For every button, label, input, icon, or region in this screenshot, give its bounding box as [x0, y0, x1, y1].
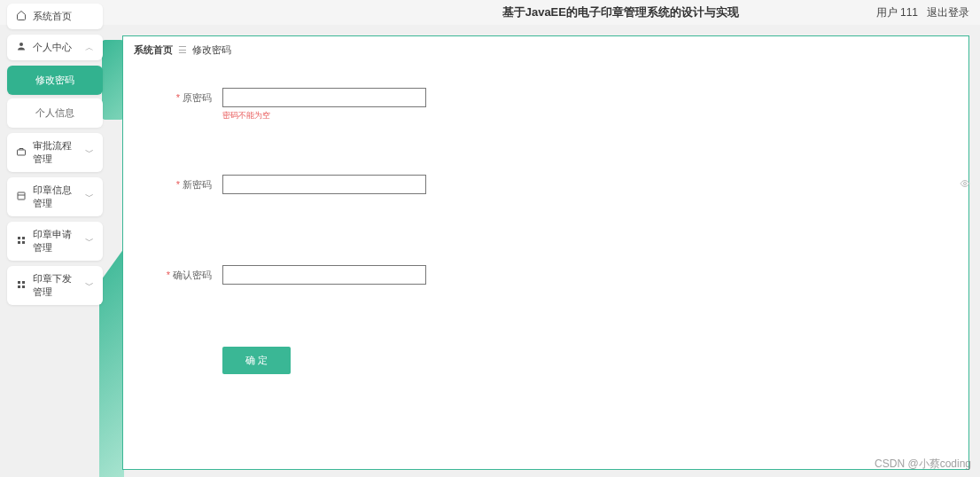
confirm-password-label: *确认密码 — [150, 265, 212, 282]
svg-rect-8 — [18, 281, 20, 284]
svg-point-0 — [19, 43, 23, 46]
grid-icon — [16, 235, 27, 248]
svg-rect-5 — [22, 237, 25, 239]
sidebar-item-seal-apply[interactable]: 印章申请管理 ﹀ — [7, 222, 103, 261]
sidebar-item-label: 个人中心 — [33, 41, 72, 54]
header: 基于JavaEE的电子印章管理系统的设计与实现 用户 111 退出登录 — [0, 0, 980, 25]
briefcase-icon — [16, 146, 27, 160]
chevron-up-icon: ︿ — [85, 42, 94, 54]
chevron-down-icon: ﹀ — [85, 146, 94, 159]
sidebar-sub-personal: 修改密码 个人信息 — [7, 66, 103, 128]
sidebar-item-label: 修改密码 — [35, 74, 74, 85]
sidebar: 系统首页 个人中心 ︿ 修改密码 个人信息 审批流程管理 ﹀ 印章信息管理 ﹀ — [7, 4, 103, 310]
sidebar-item-personal[interactable]: 个人中心 ︿ — [7, 35, 103, 60]
eye-icon[interactable] — [960, 178, 970, 191]
svg-rect-2 — [18, 192, 25, 199]
sidebar-item-label: 系统首页 — [33, 10, 72, 23]
sidebar-item-approval[interactable]: 审批流程管理 ﹀ — [7, 133, 103, 172]
sidebar-item-label: 审批流程管理 — [33, 139, 79, 166]
new-password-input[interactable] — [222, 175, 426, 194]
sidebar-item-seal-issue[interactable]: 印章下发管理 ﹀ — [7, 266, 103, 305]
old-password-error: 密码不能为空 — [222, 110, 426, 121]
old-password-input[interactable] — [222, 88, 426, 107]
svg-rect-6 — [18, 241, 20, 244]
svg-rect-9 — [22, 281, 25, 284]
change-password-form: *原密码 密码不能为空 *新密码 *确认密码 — [123, 65, 968, 392]
breadcrumb-sep-icon: ☰ — [178, 44, 187, 56]
confirm-password-input[interactable] — [222, 265, 426, 285]
svg-rect-4 — [18, 237, 20, 239]
user-icon — [16, 41, 27, 54]
sidebar-item-home[interactable]: 系统首页 — [7, 4, 103, 29]
archive-icon — [16, 191, 27, 204]
submit-button[interactable]: 确 定 — [222, 347, 291, 374]
sidebar-item-change-password[interactable]: 修改密码 — [7, 66, 103, 95]
chevron-down-icon: ﹀ — [85, 191, 94, 203]
breadcrumb-current: 修改密码 — [192, 43, 231, 57]
grid-icon — [16, 279, 27, 293]
sidebar-item-label: 个人信息 — [35, 107, 74, 118]
home-icon — [16, 10, 27, 23]
chevron-down-icon: ﹀ — [85, 235, 94, 247]
chevron-down-icon: ﹀ — [85, 279, 94, 292]
user-label: 用户 111 — [876, 5, 918, 20]
svg-rect-7 — [22, 241, 25, 244]
svg-rect-10 — [18, 285, 20, 288]
watermark: CSDN @小蔡coding — [875, 457, 971, 472]
sidebar-item-label: 印章下发管理 — [33, 272, 79, 299]
content-panel: 系统首页 ☰ 修改密码 *原密码 密码不能为空 *新密码 — [122, 35, 969, 470]
new-password-label: *新密码 — [150, 175, 212, 192]
old-password-label: *原密码 — [150, 88, 212, 105]
logout-link[interactable]: 退出登录 — [927, 5, 969, 20]
breadcrumb: 系统首页 ☰ 修改密码 — [123, 36, 968, 65]
svg-rect-11 — [22, 285, 25, 288]
breadcrumb-root[interactable]: 系统首页 — [134, 43, 173, 57]
svg-rect-1 — [18, 150, 26, 155]
sidebar-item-seal-info[interactable]: 印章信息管理 ﹀ — [7, 177, 103, 216]
page-title: 基于JavaEE的电子印章管理系统的设计与实现 — [502, 4, 739, 20]
sidebar-item-label: 印章信息管理 — [33, 184, 79, 210]
svg-point-12 — [964, 183, 967, 185]
sidebar-item-personal-info[interactable]: 个人信息 — [7, 98, 103, 128]
sidebar-item-label: 印章申请管理 — [33, 228, 79, 254]
